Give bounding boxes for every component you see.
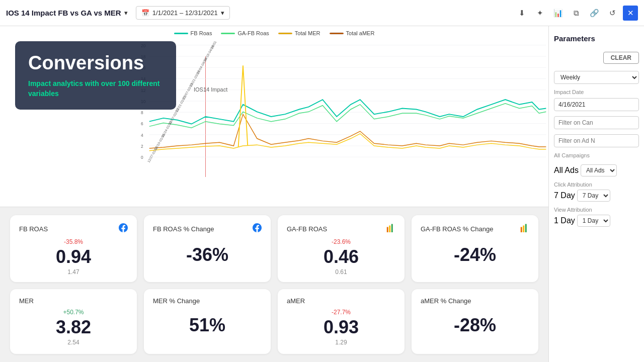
legend-fb-roas-line <box>174 33 188 34</box>
metric-value: 0.93 <box>324 317 359 338</box>
chart-icon-button[interactable]: 📊 <box>550 6 566 21</box>
metric-value: 0.46 <box>324 246 359 267</box>
metric-baseline: 2.54 <box>67 339 79 346</box>
metric-value: -24% <box>454 244 496 265</box>
metric-value: -36% <box>186 244 228 265</box>
svg-rect-52 <box>523 226 524 233</box>
main-layout: FB Roas GA-FB Roas Total MER Total aMER … <box>0 26 644 362</box>
app-header: IOS 14 Impact FB vs GA vs MER ▾ 📅 1/1/20… <box>0 0 644 26</box>
metrics-grid: FB ROAS -35.8% 0.94 1.47 FB ROAS % Chang… <box>0 207 548 362</box>
filter-ad-input[interactable] <box>554 134 639 147</box>
filter-ad-section <box>554 134 639 147</box>
link-icon-button[interactable]: 🔗 <box>587 6 602 21</box>
content-area: FB Roas GA-FB Roas Total MER Total aMER … <box>0 26 548 362</box>
legend-total-mer-label: Total MER <box>295 30 320 36</box>
metric-card-ga-fb-roas: GA-FB ROAS -23.6% 0.46 0.61 <box>278 215 405 282</box>
date-range-label: 1/1/2021 – 12/31/2021 <box>152 9 218 17</box>
metric-label: FB ROAS <box>19 225 48 233</box>
svg-rect-50 <box>391 224 393 233</box>
view-attribution-label: View Attribution <box>554 207 639 213</box>
refresh-icon-button[interactable]: ↺ <box>605 6 620 21</box>
metric-value: -28% <box>454 315 496 336</box>
legend-total-mer-line <box>278 33 292 34</box>
metric-baseline: 1.29 <box>335 339 347 346</box>
metric-change: -27.7% <box>332 309 351 316</box>
date-range-chevron: ▾ <box>221 9 224 17</box>
copy-icon-button[interactable]: ⧉ <box>569 6 584 21</box>
svg-text:05/02-05/08: 05/02-05/08 <box>210 41 221 49</box>
view-attribution-value: 1 Day <box>554 216 575 225</box>
sidebar-title: Parameters <box>554 32 639 47</box>
legend-fb-roas-label: FB Roas <box>191 30 212 36</box>
all-campaigns-label: All Campaigns <box>554 152 639 158</box>
metric-label: GA-FB ROAS <box>287 225 327 233</box>
click-attribution-value: 7 Day <box>554 191 575 200</box>
page-title-area: IOS 14 Impact FB vs GA vs MER ▾ <box>6 9 128 17</box>
metric-icon <box>386 223 395 234</box>
metric-change: -23.6% <box>332 238 351 245</box>
metric-baseline: 1.47 <box>67 268 79 276</box>
filter-campaign-section <box>554 116 639 129</box>
metric-header: MER % Change <box>153 297 262 305</box>
metric-label: aMER <box>287 297 305 305</box>
metric-label: MER % Change <box>153 297 200 305</box>
legend-ga-fb-roas-line <box>221 33 235 34</box>
metric-value: 51% <box>189 315 225 336</box>
svg-rect-48 <box>387 227 388 233</box>
click-attribution-dropdown[interactable]: 7 Day 1 Day <box>577 190 610 202</box>
metric-value: 0.94 <box>56 246 91 267</box>
metric-card-fb-roas---change: FB ROAS % Change -36% <box>144 215 271 282</box>
hero-title: Conversions <box>28 52 163 74</box>
chart-section: FB Roas GA-FB Roas Total MER Total aMER … <box>0 26 548 207</box>
legend-total-amer: Total aMER <box>330 30 375 36</box>
svg-rect-53 <box>525 224 527 233</box>
metric-value: 3.82 <box>56 317 91 338</box>
all-ads-section: All Ads All Ads <box>554 164 639 176</box>
close-icon-button[interactable]: ✕ <box>623 6 638 21</box>
impact-date-input[interactable] <box>554 98 639 111</box>
metric-header: aMER % Change <box>421 297 529 305</box>
title-dropdown-button[interactable]: ▾ <box>124 9 128 17</box>
metric-icon <box>119 223 128 234</box>
frequency-dropdown[interactable]: Weekly Daily Monthly <box>554 71 639 84</box>
metric-label: MER <box>19 297 34 305</box>
view-attribution-dropdown[interactable]: 1 Day 7 Day <box>577 215 610 227</box>
legend-total-amer-label: Total aMER <box>346 30 375 36</box>
impact-date-section: Impact Date <box>554 89 639 111</box>
page-title: IOS 14 Impact FB vs GA vs MER <box>6 9 121 17</box>
metric-change: +50.7% <box>63 309 84 316</box>
all-ads-label: All Ads <box>554 166 579 175</box>
metric-card-amer: aMER -27.7% 0.93 1.29 <box>278 289 405 354</box>
hero-overlay: Conversions Impact analytics with over 1… <box>15 41 176 110</box>
metric-icon <box>520 223 529 234</box>
svg-text:6: 6 <box>141 121 143 126</box>
legend-total-mer: Total MER <box>278 30 320 36</box>
calendar-icon: 📅 <box>141 9 149 17</box>
download-icon-button[interactable]: ⬇ <box>514 6 529 21</box>
all-ads-dropdown[interactable]: All Ads <box>581 164 617 176</box>
chart-legend: FB Roas GA-FB Roas Total MER Total aMER <box>0 26 548 38</box>
metric-icon <box>253 223 262 234</box>
weekly-section: Weekly Daily Monthly <box>554 71 639 84</box>
metric-card-ga-fb-roas---change: GA-FB ROAS % Change -24% <box>412 215 538 282</box>
svg-text:0: 0 <box>141 155 143 160</box>
hero-subtitle: Impact analytics with over 100 different… <box>28 79 163 99</box>
legend-fb-roas: FB Roas <box>174 30 212 36</box>
legend-ga-fb-roas-label: GA-FB Roas <box>237 30 269 36</box>
metric-baseline: 0.61 <box>335 268 347 276</box>
date-range-picker[interactable]: 📅 1/1/2021 – 12/31/2021 ▾ <box>136 6 230 20</box>
legend-ga-fb-roas: GA-FB Roas <box>221 30 269 36</box>
star-icon-button[interactable]: ✦ <box>532 6 547 21</box>
filter-campaign-input[interactable] <box>554 116 639 129</box>
svg-text:8: 8 <box>141 110 143 115</box>
metric-card-mer: MER +50.7% 3.82 2.54 <box>10 289 137 354</box>
legend-total-amer-line <box>330 33 344 34</box>
metric-card-fb-roas: FB ROAS -35.8% 0.94 1.47 <box>10 215 137 282</box>
svg-rect-51 <box>521 227 522 233</box>
all-campaigns-section: All Campaigns <box>554 152 639 159</box>
metric-label: GA-FB ROAS % Change <box>421 225 494 233</box>
clear-button[interactable]: CLEAR <box>603 52 639 64</box>
svg-text:4: 4 <box>141 133 143 138</box>
metric-header: GA-FB ROAS <box>287 223 395 234</box>
metric-label: aMER % Change <box>421 297 471 305</box>
